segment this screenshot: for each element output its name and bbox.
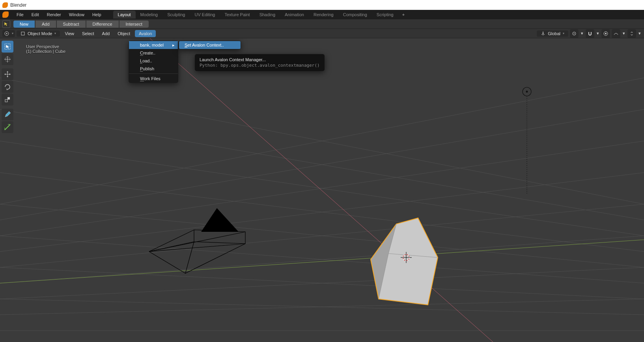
menu-separator [129,73,178,74]
avalon-context-item[interactable]: bank, model ▸ [129,41,178,49]
svg-rect-7 [0,38,644,342]
vmenu-add[interactable]: Add [99,31,113,36]
tool-select-box[interactable] [2,41,13,53]
editor-type-dropdown[interactable] [2,30,15,37]
object-mode-icon [21,31,25,36]
tab-compositing[interactable]: Compositing [338,11,372,19]
avalon-create-item[interactable]: Create.. [129,49,178,57]
select-add-button[interactable]: Add [35,21,56,28]
vmenu-object[interactable]: Object [114,31,133,36]
viewport-canvas [0,38,644,342]
blender-icon [2,11,9,18]
tool-rotate[interactable] [2,81,13,93]
mode-dropdown[interactable]: Object Mode [17,30,60,37]
vmenu-view[interactable]: View [62,31,77,36]
select-difference-button[interactable]: Difference [86,21,119,28]
menu-window[interactable]: Window [65,12,88,17]
app-title: Blender [10,2,26,8]
tab-rendering[interactable]: Rendering [309,11,338,19]
tab-sculpting[interactable]: Sculpting [162,11,190,19]
tab-uv-editing[interactable]: UV Editing [190,11,220,19]
tool-select-icon[interactable] [2,20,10,28]
avalon-load-item[interactable]: Load.. [129,57,178,65]
options-dropdown[interactable] [627,29,636,38]
tab-modeling[interactable]: Modeling [136,11,163,19]
select-intersect-button[interactable]: Intersect [119,21,149,28]
avalon-context-label: bank, model [140,43,164,47]
proportional-falloff-dropdown[interactable] [612,29,620,38]
tab-layout[interactable]: Layout [113,11,136,19]
viewport-header-right: Global ▾ ▾ ▾ ▾ [537,29,642,38]
avalon-workfiles-item[interactable]: Work Files [129,75,178,83]
tab-animation[interactable]: Animation [280,11,309,19]
tool-scale[interactable] [2,94,13,105]
proportional-icon [603,31,609,36]
select-subtract-button[interactable]: Subtract [57,21,86,28]
vmenu-select[interactable]: Select [79,31,97,36]
menu-file[interactable]: File [13,12,28,17]
set-avalon-context-item[interactable]: Set Avalon Context.. [179,41,241,49]
window-titlebar: Blender [0,0,644,10]
workspace-tabs: Layout Modeling Sculpting UV Editing Tex… [113,11,409,19]
mode-label: Object Mode [28,31,52,36]
view3d-icon [4,31,9,36]
vmenu-avalon[interactable]: Avalon [135,30,156,37]
submenu-arrow-icon: ▸ [172,43,175,48]
orientation-icon [541,31,545,36]
proportional-edit-toggle[interactable] [601,29,610,38]
add-workspace-button[interactable]: + [398,11,409,19]
pivot-icon [571,31,577,36]
collection-label: (1) Collection | Cube [26,49,65,54]
tool-settings-bar: New Add Subtract Difference Intersect [0,19,644,29]
link-icon [629,31,635,36]
snap-toggle[interactable] [586,29,594,38]
falloff-smooth-icon [613,31,619,36]
tool-measure[interactable] [2,121,13,133]
chevron-down-icon[interactable]: ▾ [580,29,584,38]
top-menubar: File Edit Render Window Help Layout Mode… [0,10,644,19]
viewport-header: Object Mode View Select Add Object Avalo… [0,29,644,38]
avalon-publish-item[interactable]: Publish [129,65,178,73]
svg-point-6 [605,33,607,34]
menu-edit[interactable]: Edit [28,12,43,17]
chevron-down-icon[interactable]: ▾ [596,29,600,38]
tool-move[interactable] [2,68,13,80]
svg-point-4 [574,33,575,34]
tooltip-title: Launch Avalon Context Manager... [200,57,320,62]
select-new-button[interactable]: New [13,21,35,28]
orientation-dropdown[interactable]: Global [537,30,568,37]
tooltip-python: Python: bpy.ops.object.avalon_contextman… [200,63,320,68]
viewport-toolbar [2,41,13,133]
tool-annotate[interactable] [2,109,13,120]
tool-cursor[interactable] [2,53,13,65]
magnet-icon [587,31,593,36]
blender-logo-icon [2,2,8,8]
svg-rect-2 [21,32,24,35]
tab-shading[interactable]: Shading [255,11,280,19]
3d-viewport[interactable]: User Perspective (1) Collection | Cube [0,38,644,342]
perspective-label: User Perspective [26,44,65,49]
tooltip: Launch Avalon Context Manager... Python:… [195,54,325,71]
menu-help[interactable]: Help [88,12,105,17]
avalon-context-submenu: Set Avalon Context.. [179,41,241,49]
viewport-overlay-text: User Perspective (1) Collection | Cube [26,44,65,54]
svg-point-1 [6,33,7,34]
tab-scripting[interactable]: Scripting [372,11,398,19]
chevron-down-icon[interactable]: ▾ [622,29,626,38]
pivot-dropdown[interactable] [570,29,579,38]
menu-render[interactable]: Render [43,12,65,17]
tab-texture-paint[interactable]: Texture Paint [220,11,254,19]
chevron-down-icon[interactable]: ▾ [638,29,642,38]
svg-point-36 [526,91,528,93]
avalon-menu: bank, model ▸ Create.. Load.. Publish Wo… [129,41,178,83]
set-avalon-context-label: Set Avalon Context.. [185,43,224,47]
orientation-label: Global [548,31,560,36]
